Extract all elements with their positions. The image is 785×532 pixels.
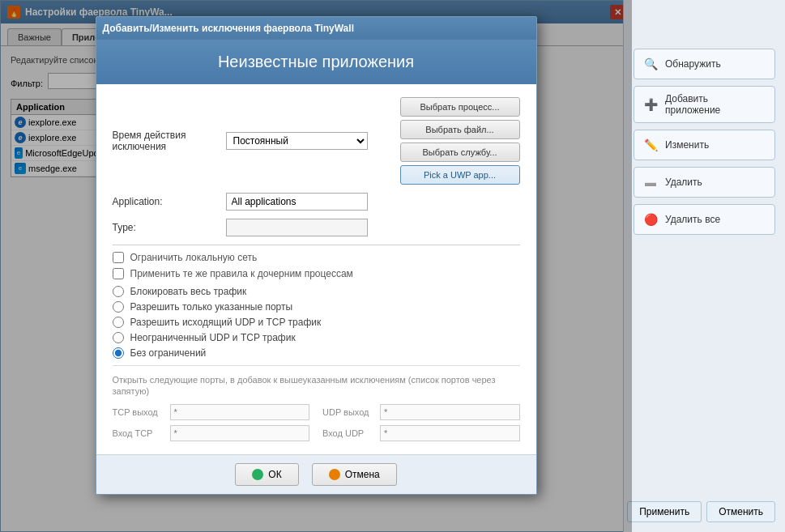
tcp-out-label: TCP выход	[113, 407, 165, 417]
type-label: Type:	[113, 222, 226, 233]
discover-icon: 🔍	[642, 56, 659, 72]
tcp-out-input[interactable]	[170, 404, 310, 420]
apply-child-checkbox-row: Применить те же правила к дочерним проце…	[113, 268, 520, 279]
ok-button[interactable]: ОК	[235, 463, 298, 486]
edit-button[interactable]: ✏️ Изменить	[634, 130, 775, 160]
radio-unlimited-udptcp-row: Неограниченный UDP и TCP трафик	[113, 332, 520, 343]
select-service-button[interactable]: Выбрать службу...	[400, 143, 520, 162]
discover-label: Обнаружить	[665, 58, 721, 70]
type-control	[226, 219, 520, 236]
application-input[interactable]	[226, 193, 368, 211]
modal-body: Время действия исключения Постоянный 1 ч…	[96, 84, 536, 454]
radio-allow-outbound-row: Разрешить исходящий UDP и TCP трафик	[113, 317, 520, 328]
radio-allow-ports-label: Разрешить только указанные порты	[130, 301, 293, 313]
discover-button[interactable]: 🔍 Обнаружить	[634, 49, 775, 79]
ok-icon	[252, 469, 263, 480]
exception-duration-select[interactable]: Постоянный 1 час 4 часа 1 день	[226, 132, 368, 150]
modal-dialog: Добавить/Изменить исключения фаервола Ti…	[96, 16, 537, 495]
radio-allow-ports-row: Разрешить только указанные порты	[113, 301, 520, 313]
delete-all-icon: 🔴	[642, 211, 659, 228]
radio-block-all-label: Блокировать весь трафик	[130, 286, 247, 297]
right-panel: 🔍 Обнаружить ➕ Добавитьприложение ✏️ Изм…	[623, 0, 785, 532]
traffic-radio-section: Блокировать весь трафик Разрешить только…	[113, 286, 520, 359]
radio-no-limits[interactable]	[113, 347, 124, 359]
restrict-local-checkbox-row: Ограничить локальную сеть	[113, 252, 520, 263]
delete-all-button[interactable]: 🔴 Удалить все	[634, 204, 775, 235]
exception-duration-control: Постоянный 1 час 4 часа 1 день	[226, 132, 392, 150]
udp-out-row: UDP выход	[322, 404, 520, 420]
udp-out-label: UDP выход	[322, 407, 375, 417]
radio-block-all[interactable]	[113, 286, 124, 297]
radio-allow-ports[interactable]	[113, 301, 124, 313]
tcp-out-row: TCP выход	[113, 404, 310, 420]
radio-no-limits-label: Без ограничений	[130, 347, 207, 359]
delete-all-label: Удалить все	[665, 214, 720, 225]
cancel-label: Отмена	[345, 469, 380, 480]
radio-block-all-row: Блокировать весь трафик	[113, 286, 520, 297]
modal-footer: ОК Отмена	[96, 454, 536, 494]
edit-icon: ✏️	[642, 137, 659, 153]
delete-label: Удалить	[665, 177, 702, 188]
apply-button[interactable]: Применить	[627, 501, 702, 522]
apply-child-checkbox[interactable]	[113, 268, 124, 279]
udp-in-label: Вход UDP	[322, 428, 375, 438]
tcp-in-label: Вход TCP	[113, 428, 165, 438]
radio-allow-outbound-label: Разрешить исходящий UDP и TCP трафик	[130, 317, 322, 328]
tcp-in-input[interactable]	[170, 425, 310, 441]
radio-unlimited-udptcp[interactable]	[113, 332, 124, 343]
select-process-button[interactable]: Выбрать процесс...	[400, 97, 520, 117]
add-icon: ➕	[642, 96, 659, 113]
application-row: Application:	[113, 193, 520, 211]
modal-overlay: Добавить/Изменить исключения фаервола Ti…	[0, 0, 632, 532]
udp-in-row: Вход UDP	[322, 425, 520, 441]
delete-icon: ▬	[642, 174, 659, 190]
modal-header-title: Неизвестные приложения	[218, 53, 414, 70]
ok-label: ОК	[268, 469, 281, 480]
exception-duration-label: Время действия исключения	[113, 130, 226, 152]
restrict-local-checkbox[interactable]	[113, 252, 124, 263]
select-file-button[interactable]: Выбрать файл...	[400, 120, 520, 139]
radio-unlimited-udptcp-label: Неограниченный UDP и TCP трафик	[130, 332, 296, 343]
modal-header: Неизвестные приложения	[96, 40, 536, 84]
ports-grid: TCP выход UDP выход Вход TCP Вход UDP	[113, 404, 520, 441]
cancel-icon	[329, 469, 340, 480]
ports-description: Открыть следующие порты, в добавок к выш…	[113, 374, 520, 398]
modal-titlebar: Добавить/Изменить исключения фаервола Ti…	[96, 17, 536, 40]
cancel-bg-button[interactable]: Отменить	[706, 501, 775, 522]
radio-allow-outbound[interactable]	[113, 317, 124, 328]
tcp-in-row: Вход TCP	[113, 425, 310, 441]
add-label: Добавитьприложение	[665, 93, 720, 116]
ports-section: Открыть следующие порты, в добавок к выш…	[113, 365, 520, 441]
cancel-modal-button[interactable]: Отмена	[312, 463, 397, 486]
edit-label: Изменить	[665, 139, 709, 151]
udp-in-input[interactable]	[380, 425, 520, 441]
panel-bottom-buttons: Применить Отменить	[634, 501, 775, 522]
udp-out-input[interactable]	[380, 404, 520, 420]
application-label: Application:	[113, 196, 226, 207]
delete-button[interactable]: ▬ Удалить	[634, 167, 775, 198]
apply-child-label: Применить те же правила к дочерним проце…	[130, 268, 353, 279]
form-action-buttons: Выбрать процесс... Выбрать файл... Выбра…	[400, 97, 520, 185]
pick-uwp-button[interactable]: Pick a UWP app...	[400, 165, 520, 185]
radio-no-limits-row: Без ограничений	[113, 347, 520, 359]
add-app-button[interactable]: ➕ Добавитьприложение	[634, 86, 775, 123]
application-control	[226, 193, 520, 211]
type-row: Type:	[113, 219, 520, 236]
restrict-local-label: Ограничить локальную сеть	[130, 252, 258, 263]
exception-duration-row: Время действия исключения Постоянный 1 ч…	[113, 97, 520, 185]
modal-title: Добавить/Изменить исключения фаервола Ti…	[103, 23, 354, 34]
type-input	[226, 219, 368, 236]
